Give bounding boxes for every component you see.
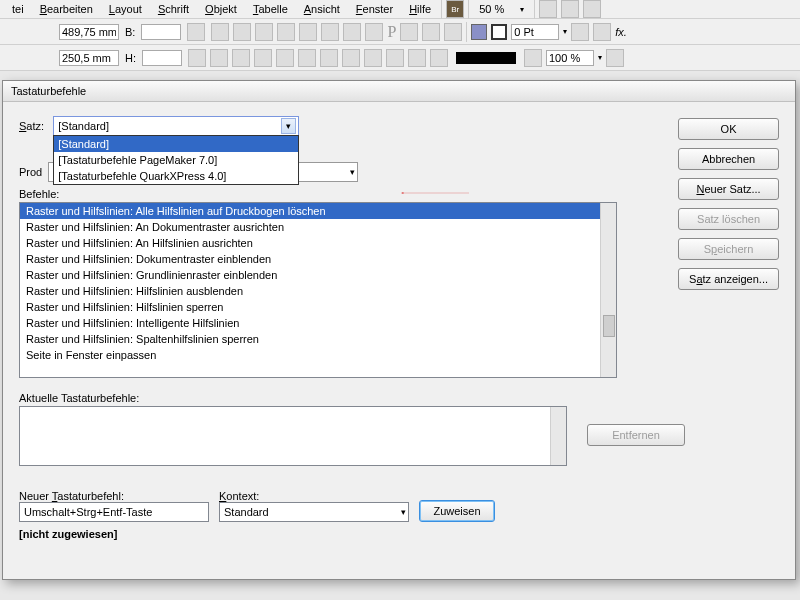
save-button[interactable]: Speichern [678,238,779,260]
stroke-style[interactable] [456,52,516,64]
set-select[interactable]: [Standard] ▾ [53,116,299,136]
tool-icon[interactable] [299,23,317,41]
tool-icon[interactable] [408,49,426,67]
stroke-weight[interactable] [511,24,559,40]
tool-icon[interactable] [232,49,250,67]
menu-layout[interactable]: Layout [103,1,148,17]
menu-objekt[interactable]: Objekt [199,1,243,17]
assignment-status: [nicht zugewiesen] [19,528,779,540]
tool-icon[interactable] [320,49,338,67]
current-shortcuts-box[interactable] [19,406,567,466]
tool-icon[interactable] [276,49,294,67]
x-field[interactable] [59,24,119,40]
tool-icon[interactable] [444,23,462,41]
tool-icon[interactable] [593,23,611,41]
set-select-value: [Standard] [58,120,109,132]
tool-icon[interactable] [400,23,418,41]
show-set-button[interactable]: Satz anzeigen... [678,268,779,290]
menu-bearbeiten[interactable]: Bearbeiten [34,1,99,17]
bridge-icon[interactable]: Br [446,0,464,18]
tool-icon[interactable] [254,49,272,67]
tool-icon[interactable] [188,49,206,67]
list-item[interactable]: Raster und Hilfslinien: Hilfslinien sper… [20,299,616,315]
separator [534,0,535,19]
dialog-title: Tastaturbefehle [3,81,795,102]
list-item[interactable]: Raster und Hilfslinien: Hilfslinien ausb… [20,283,616,299]
scrollbar[interactable] [550,407,566,465]
list-item[interactable]: Seite in Fenster einpassen [20,347,616,363]
tool-icon[interactable] [298,49,316,67]
view-options-icon[interactable] [539,0,557,18]
w-field[interactable] [141,24,181,40]
list-item[interactable]: Raster und Hilfslinien: Grundlinienraste… [20,267,616,283]
zoom-dropdown-icon[interactable]: ▾ [514,3,530,16]
arrange-icon[interactable] [583,0,601,18]
tool-icon[interactable] [524,49,542,67]
menu-ansicht[interactable]: Ansicht [298,1,346,17]
tool-icon[interactable] [321,23,339,41]
remove-button[interactable]: Entfernen [587,424,685,446]
control-bar-2: H: ▾ [0,45,800,71]
opacity-field[interactable] [546,50,594,66]
constrain-icon[interactable] [187,23,205,41]
tool-icon[interactable] [342,49,360,67]
tool-icon[interactable] [365,23,383,41]
current-shortcuts-label: Aktuelle Tastaturbefehle: [19,392,779,404]
scrollbar[interactable] [600,203,616,377]
context-label: Kontext: [219,490,409,502]
commands-list[interactable]: Raster und Hilfslinien: Alle Hilfslinien… [19,202,617,378]
stroke-swatch[interactable] [491,24,507,40]
new-shortcut-input[interactable] [19,502,209,522]
menu-fenster[interactable]: Fenster [350,1,399,17]
list-item[interactable]: Raster und Hilfslinien: Intelligente Hil… [20,315,616,331]
menu-schrift[interactable]: Schrift [152,1,195,17]
satz-label: Satz: [19,120,44,132]
set-option-quarkxpress[interactable]: [Tastaturbefehle QuarkXPress 4.0] [54,168,298,184]
tool-icon[interactable] [210,49,228,67]
set-dropdown: [Standard] [Tastaturbefehle PageMaker 7.… [53,135,299,185]
tool-icon[interactable] [422,23,440,41]
assign-button[interactable]: Zuweisen [419,500,495,522]
fill-swatch[interactable] [471,24,487,40]
zoom-value[interactable]: 50 % [473,1,510,17]
tool-icon[interactable] [606,49,624,67]
menu-tabelle[interactable]: Tabelle [247,1,294,17]
scroll-thumb[interactable] [603,315,615,337]
tool-icon[interactable] [211,23,229,41]
menu-datei[interactable]: tei [6,1,30,17]
chevron-down-icon: ▾ [350,167,355,177]
tool-icon[interactable] [233,23,251,41]
list-item[interactable]: Raster und Hilfslinien: Dokumentraster e… [20,251,616,267]
set-option-standard[interactable]: [Standard] [54,136,298,152]
tool-icon[interactable] [364,49,382,67]
menu-bar: tei Bearbeiten Layout Schrift Objekt Tab… [0,0,800,19]
list-item[interactable]: Raster und Hilfslinien: Alle Hilfslinien… [20,203,616,219]
list-item[interactable]: Raster und Hilfslinien: Spaltenhilfslini… [20,331,616,347]
separator [466,22,467,42]
tool-icon[interactable] [343,23,361,41]
tool-icon[interactable] [255,23,273,41]
context-select[interactable]: Standard ▾ [219,502,409,522]
menu-hilfe[interactable]: Hilfe [403,1,437,17]
tool-icon[interactable] [277,23,295,41]
new-set-button[interactable]: Neuer Satz... [678,178,779,200]
tool-icon[interactable] [386,49,404,67]
separator [468,0,469,19]
paragraph-icon[interactable]: P [387,23,396,41]
screen-mode-icon[interactable] [561,0,579,18]
list-item[interactable]: Raster und Hilfslinien: An Dokumentraste… [20,219,616,235]
ok-button[interactable]: OK [678,118,779,140]
control-bar: B: P ▾ fx. [0,19,800,45]
fx-icon[interactable]: fx. [615,26,627,38]
opacity-menu-icon[interactable]: ▾ [598,53,602,62]
tool-icon[interactable] [571,23,589,41]
h-field[interactable] [142,50,182,66]
cancel-button[interactable]: Abbrechen [678,148,779,170]
delete-set-button[interactable]: Satz löschen [678,208,779,230]
new-shortcut-label: Neuer Tastaturbefehl: [19,490,209,502]
list-item[interactable]: Raster und Hilfslinien: An Hilfslinien a… [20,235,616,251]
tool-icon[interactable] [430,49,448,67]
set-option-pagemaker[interactable]: [Tastaturbefehle PageMaker 7.0] [54,152,298,168]
y-field[interactable] [59,50,119,66]
stroke-menu-icon[interactable]: ▾ [563,27,567,36]
